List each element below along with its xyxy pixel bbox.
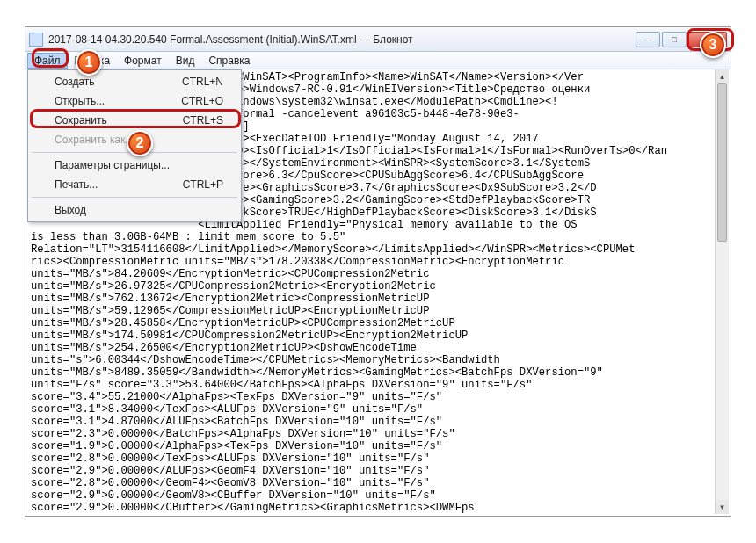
menu-item-label: Открыть...: [55, 95, 105, 107]
menu-item-shortcut: CTRL+S: [183, 114, 223, 127]
menu-item-print[interactable]: Печать... CTRL+P: [30, 175, 239, 194]
annotation-badge-3: 3: [700, 32, 726, 58]
menu-item-save[interactable]: Сохранить CTRL+S: [30, 111, 239, 130]
menu-separator: [32, 197, 237, 198]
menu-item-shortcut: CTRL+N: [182, 76, 223, 88]
menu-file[interactable]: Файл: [27, 53, 68, 69]
annotation-badge-1: 1: [76, 49, 102, 76]
app-icon: [29, 33, 43, 47]
menu-view[interactable]: Вид: [169, 53, 202, 69]
scroll-down-icon[interactable]: ▼: [716, 500, 729, 514]
menu-item-label: Сохранить: [55, 114, 107, 127]
menu-item-label: Параметры страницы...: [55, 159, 170, 171]
menu-item-shortcut: CTRL+O: [181, 95, 223, 107]
annotation-badge-2: 2: [127, 130, 153, 156]
menu-item-shortcut: CTRL+P: [183, 178, 223, 191]
menu-format[interactable]: Формат: [117, 53, 169, 69]
menu-item-label: Выход: [55, 204, 86, 216]
notepad-window: 2017-08-14 04.30.20.540 Formal.Assessmen…: [25, 26, 731, 517]
scroll-up-icon[interactable]: ▲: [716, 69, 729, 83]
menu-item-open[interactable]: Открыть... CTRL+O: [30, 91, 239, 111]
menu-item-exit[interactable]: Выход: [30, 200, 239, 220]
menu-item-label: Печать...: [55, 178, 98, 191]
menu-item-new[interactable]: Создать CTRL+N: [30, 72, 239, 91]
menubar: Файл Правка Формат Вид Справка: [25, 52, 731, 69]
minimize-button[interactable]: —: [636, 32, 660, 47]
window-title: 2017-08-14 04.30.20.540 Formal.Assessmen…: [48, 33, 636, 46]
menu-help[interactable]: Справка: [201, 53, 257, 69]
menu-item-label: Сохранить как...: [55, 134, 134, 146]
maximize-button[interactable]: □: [662, 32, 687, 47]
scroll-thumb[interactable]: [717, 83, 727, 242]
menu-item-pagesetup[interactable]: Параметры страницы...: [30, 156, 239, 175]
titlebar[interactable]: 2017-08-14 04.30.20.540 Formal.Assessmen…: [25, 27, 731, 52]
vertical-scrollbar[interactable]: ▲ ▼: [715, 69, 729, 514]
menu-item-label: Создать: [55, 76, 95, 88]
